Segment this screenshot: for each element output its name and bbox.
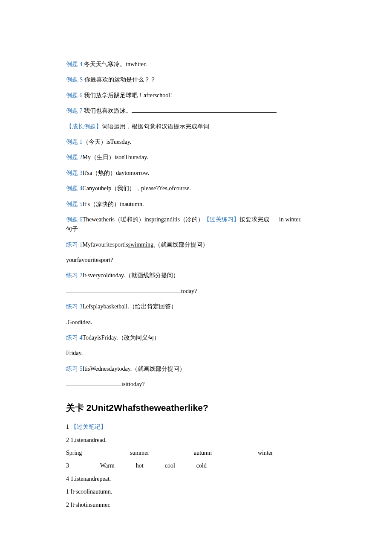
growth-ex4-zh: （我们）: [111, 185, 135, 192]
growth-ex5-en: inautumn.: [120, 201, 144, 207]
growth-ex6-zh1: （暖和的）: [115, 216, 144, 223]
example-6: 例题 6 我们放学后踢足球吧！afterschool!: [66, 91, 326, 100]
example-6-zh: 我们放学后踢足球吧！: [84, 92, 144, 99]
notes-2-text: 1.istenandread.: [71, 437, 107, 443]
growth-title: 【成长例题】: [66, 123, 102, 130]
listen-1: 1 It·scoolinautumn.: [66, 487, 326, 497]
growth-ex2-zh: （生日）: [91, 154, 115, 160]
practice-2: 练习 2It·sverycoldtoday.（就画线部分提问）: [66, 271, 326, 280]
example-s-zh: 你最喜欢的运动是什么？？: [84, 76, 156, 83]
growth-header: 【成长例题】词语运用，根据句意和汉语提示完成单词: [66, 122, 326, 131]
practice-5-text: ItisWednesdaytoday.: [83, 366, 132, 372]
section-2-title: 关卡 2Unit2Whafstheweatherlike?: [66, 401, 326, 415]
growth-ex5-zh: （凉快的）: [90, 201, 120, 207]
practice-4-text: TodayisFriday.: [83, 334, 118, 341]
growth-ex6-tail: in winter.: [279, 215, 326, 224]
growth-ex1-zh: （今天）: [83, 139, 107, 145]
season-winter: winter: [258, 448, 322, 458]
listen-2-text: It·shotinsummer.: [71, 502, 111, 508]
practice-2-ans: today?: [181, 288, 197, 294]
growth-ex6-mid: inspringanditis: [144, 216, 180, 223]
practice-1-note: （就画线部分提问）: [155, 241, 208, 248]
notes-2-num: 2: [66, 437, 71, 443]
temp-cool: cool: [165, 461, 175, 471]
growth-ex3-label: 例题 3: [66, 170, 83, 176]
practice-4-note: （改为同义句）: [118, 334, 160, 341]
season-summer: summer: [130, 448, 194, 458]
listen-1-text: It·scoolinautumn.: [71, 488, 112, 495]
growth-ex2: 例题 2My（生日）isonThursday.: [66, 153, 326, 162]
listen-1-num: 1: [66, 488, 71, 495]
practice-5-ans: isittoday?: [121, 381, 144, 387]
growth-ex6-pre: Theweatheris: [83, 216, 115, 223]
temps-num: 3: [66, 461, 79, 471]
growth-ex1-en: isTuesday.: [107, 139, 132, 145]
growth-ex3-zh: （热的）: [92, 170, 116, 176]
blank-line: [66, 380, 121, 386]
growth-ex3-pre: It'sa: [83, 170, 92, 176]
practice-3-ans: .Goodidea.: [66, 318, 326, 327]
practice-5-label: 练习 5: [66, 366, 83, 372]
growth-ex4-pre: Canyouhelp: [83, 185, 112, 192]
practice-2-ans-row: today?: [66, 287, 326, 296]
practice-2-text: It·sverycoldtoday.: [83, 272, 125, 279]
blank-line: [66, 287, 181, 293]
practice-1-pre: Myfavouritesportis: [83, 241, 128, 248]
practice-3: 练习 3Lefsplaybasketball.（给出肯定回答）: [66, 302, 326, 311]
growth-ex3: 例题 3It'sa（热的）daytomorrow.: [66, 169, 326, 178]
season-spring: Spring: [66, 448, 130, 458]
notes-1-num: 1: [66, 424, 71, 430]
example-4-en: inwhiter.: [126, 61, 147, 67]
example-s: 例题 S 你最喜欢的运动是什么？？: [66, 75, 326, 84]
practice-5-note: （就画线部分提问）: [132, 366, 185, 372]
pass-desc: 按要求完成: [239, 216, 269, 223]
notes-2: 2 1.istenandread.: [66, 436, 326, 445]
practice-3-label: 练习 3: [66, 303, 83, 310]
practice-1: 练习 1Myfavouritesportisswimming.（就画线部分提问）: [66, 240, 326, 250]
practice-3-text: Lefsplaybasketball.: [83, 303, 129, 310]
growth-desc: 词语运用，根据句意和汉语提示完成单词: [102, 123, 209, 130]
notes-4: 4 1.istenandrepeat.: [66, 474, 326, 484]
practice-4-ans: Friday.: [66, 349, 326, 358]
listen-2: 2 It·shotinsummer.: [66, 500, 326, 510]
listen-2-num: 2: [66, 502, 71, 508]
growth-ex4: 例题 4Canyouhelp（我们），please?Yes,ofcourse.: [66, 184, 326, 193]
practice-4: 练习 4TodayisFriday.（改为同义句）: [66, 333, 326, 343]
practice-2-label: 练习 2: [66, 272, 83, 279]
growth-ex2-label: 例题 2: [66, 154, 83, 160]
example-4-label: 例题 4: [66, 61, 84, 67]
example-4: 例题 4 冬天天气寒冷。inwhiter.: [66, 60, 326, 69]
practice-1-label: 练习 1: [66, 241, 83, 248]
growth-ex6-label: 例题 6: [66, 216, 83, 223]
example-6-en: afterschool!: [144, 92, 172, 99]
practice-4-label: 练习 4: [66, 334, 83, 341]
temps-row: 3 Warm hot cool cold: [66, 461, 326, 471]
practice-1-ans: yourfavouritesport?: [66, 256, 326, 265]
growth-ex6: 例题 6Theweatheris（暖和的）inspringanditis（冷的）…: [66, 215, 326, 234]
example-7: 例题 7 我们也喜欢游泳。: [66, 106, 326, 116]
growth-ex1-label: 例题 1: [66, 139, 83, 145]
temp-warm: Warm: [100, 461, 115, 471]
example-7-label: 例题 7: [66, 108, 84, 114]
growth-ex4-en: ，please?Yes,ofcourse.: [135, 185, 191, 192]
growth-ex5: 例题 5It·s（凉快的）inautumn.: [66, 200, 326, 209]
example-6-label: 例题 6: [66, 92, 84, 99]
temp-cold: cold: [196, 461, 207, 471]
example-s-label: 例题 S: [66, 76, 84, 83]
temp-hot: hot: [136, 461, 144, 471]
growth-ex6-zh2: （冷的）: [180, 216, 204, 223]
growth-ex3-en: daytomorrow.: [116, 170, 149, 176]
blank-line: [132, 107, 277, 113]
practice-5: 练习 5ItisWednesdaytoday.（就画线部分提问）: [66, 364, 326, 374]
growth-ex1: 例题 1（今天）isTuesday.: [66, 137, 326, 147]
growth-ex5-label: 例题 5: [66, 201, 83, 207]
growth-ex2-en: isonThursday.: [115, 154, 148, 160]
notes-4-num: 4: [66, 476, 71, 482]
practice-5-ans-row: isittoday?: [66, 380, 326, 389]
notes-4-text: 1.istenandrepeat.: [71, 476, 111, 482]
growth-ex4-label: 例题 4: [66, 185, 83, 192]
sentence-word: 句子: [66, 224, 279, 234]
pass-title: 【过关练习】: [204, 216, 239, 223]
example-4-zh: 冬天天气寒冷。: [84, 61, 126, 67]
seasons-row: Spring summer autumn winter: [66, 448, 326, 458]
